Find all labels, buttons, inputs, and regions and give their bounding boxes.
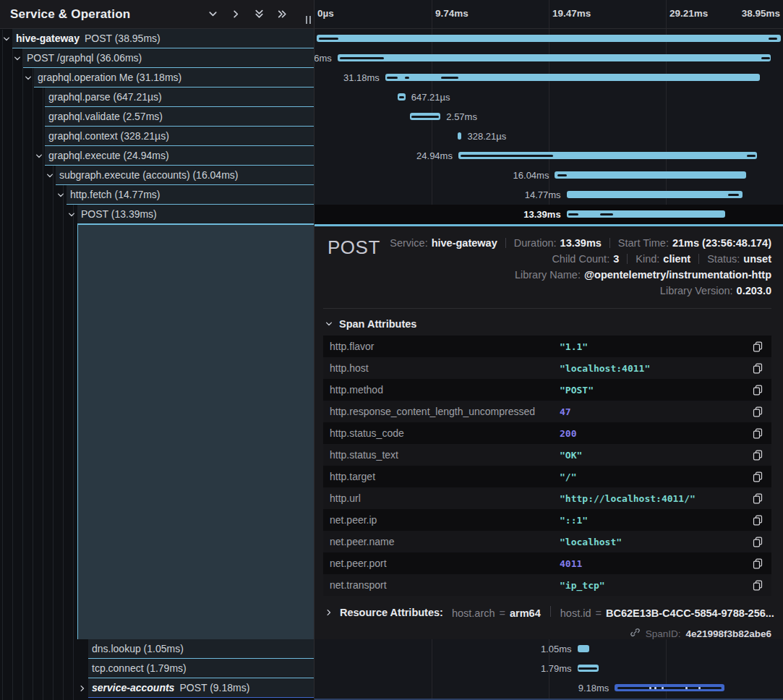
tree-row-label: graphql.parse (647.21µs) bbox=[48, 91, 162, 103]
copy-icon[interactable] bbox=[753, 580, 763, 591]
span-meta-row: Service:hive-gatewayDuration:13.39msStar… bbox=[380, 235, 771, 251]
copy-icon[interactable] bbox=[753, 385, 763, 396]
tree-row[interactable]: POST (13.39ms) bbox=[0, 205, 314, 224]
attribute-value: "/" bbox=[560, 471, 576, 482]
span-bar[interactable] bbox=[578, 645, 590, 652]
span-attributes-table: http.flavor"1.1"http.host"localhost:4011… bbox=[323, 336, 771, 596]
timeline-lane: 13.39ms bbox=[315, 205, 783, 224]
tree-row[interactable]: graphql.context (328.21µs) bbox=[0, 127, 314, 146]
copy-icon[interactable] bbox=[753, 558, 763, 569]
span-tree: hive-gatewayPOST (38.95ms)POST /graphql … bbox=[0, 0, 314, 700]
span-bar-child-mark bbox=[411, 116, 439, 118]
resource-attributes-toggle[interactable]: Resource Attributes: host.arch=arm64host… bbox=[325, 606, 771, 619]
span-bar-child-mark bbox=[600, 213, 613, 215]
tree-row[interactable]: subgraph.execute (accounts) (16.04ms) bbox=[0, 166, 314, 185]
chevron-down-icon[interactable] bbox=[24, 73, 33, 85]
resource-value: arm64 bbox=[510, 607, 541, 619]
tree-row[interactable]: graphql.parse (647.21µs) bbox=[0, 88, 314, 107]
span-bar[interactable] bbox=[338, 54, 771, 61]
copy-icon[interactable] bbox=[753, 450, 763, 461]
operation-name: POST (13.39ms) bbox=[81, 208, 157, 220]
attribute-key: http.flavor bbox=[330, 341, 560, 352]
span-bar-child-mark bbox=[761, 57, 770, 59]
chevron-down-icon[interactable] bbox=[207, 9, 218, 20]
chevron-down-icon[interactable] bbox=[46, 171, 54, 182]
tree-row[interactable]: service-accountsPOST (9.18ms) bbox=[0, 678, 314, 698]
copy-icon[interactable] bbox=[753, 341, 763, 352]
attribute-key: net.peer.ip bbox=[330, 514, 560, 526]
equals-sign: = bbox=[500, 607, 505, 619]
chevrons-right-icon[interactable] bbox=[277, 9, 288, 20]
span-duration-label: 31.18ms bbox=[343, 72, 380, 83]
link-icon[interactable] bbox=[630, 627, 641, 639]
tree-row-label: graphql.operation Me (31.18ms) bbox=[38, 72, 181, 83]
tree-row[interactable]: graphql.operation Me (31.18ms) bbox=[0, 68, 314, 88]
span-bar[interactable] bbox=[567, 210, 726, 218]
trace-viewer: hive-gatewayPOST (38.95ms)POST /graphql … bbox=[0, 0, 783, 700]
tree-row[interactable]: dns.lookup (1.05ms) bbox=[0, 639, 314, 659]
operation-name: tcp.connect (1.79ms) bbox=[92, 662, 187, 674]
tree-row[interactable]: tcp.connect (1.79ms) bbox=[0, 659, 314, 678]
attribute-value: "OK" bbox=[560, 450, 582, 461]
span-duration-label: 36.06ms bbox=[315, 53, 332, 64]
span-bar[interactable] bbox=[458, 132, 462, 140]
span-meta-row: Child Count:3Kind:clientStatus:unset bbox=[380, 251, 771, 267]
tree-row[interactable]: http.fetch (14.77ms) bbox=[0, 185, 314, 205]
chevrons-down-icon[interactable] bbox=[254, 9, 265, 20]
attribute-key: http.host bbox=[330, 362, 560, 374]
tree-row-label: graphql.context (328.21µs) bbox=[48, 130, 169, 142]
tree-row[interactable]: POST /graphql (36.06ms) bbox=[0, 48, 314, 68]
tree-row[interactable]: graphql.validate (2.57ms) bbox=[0, 107, 314, 127]
attribute-row: http.url"http://localhost:4011/" bbox=[323, 487, 771, 509]
copy-icon[interactable] bbox=[753, 471, 763, 482]
span-bar-child-mark bbox=[319, 38, 338, 40]
span-bar[interactable] bbox=[317, 35, 782, 42]
attribute-value: "::1" bbox=[560, 515, 588, 526]
tree-row-label: graphql.validate (2.57ms) bbox=[48, 111, 163, 122]
chevron-down-icon[interactable] bbox=[67, 210, 76, 221]
attribute-key: http.url bbox=[330, 492, 560, 504]
tree-row[interactable]: graphql.execute (24.94ms) bbox=[0, 146, 314, 166]
chevron-down-icon bbox=[325, 320, 333, 328]
span-bar[interactable] bbox=[567, 191, 743, 198]
service-name: service-accounts bbox=[92, 682, 174, 693]
chevron-down-icon[interactable] bbox=[56, 190, 65, 202]
span-bar-child-mark bbox=[340, 57, 384, 59]
chevron-down-icon[interactable] bbox=[13, 54, 22, 65]
timeline-ruler: 0µs9.74ms19.47ms29.21ms38.95ms bbox=[315, 0, 783, 29]
tree-row-label: POST (13.39ms) bbox=[81, 208, 157, 220]
span-bar[interactable] bbox=[555, 171, 745, 179]
panel-resize-handle-icon[interactable] bbox=[306, 16, 311, 24]
span-bar-dot bbox=[662, 687, 664, 689]
attribute-key: http.target bbox=[330, 471, 560, 482]
attribute-key: http.method bbox=[330, 384, 560, 396]
timeline-tick: 38.95ms bbox=[742, 8, 780, 19]
attribute-value: 4011 bbox=[560, 558, 582, 569]
span-id-label: SpanID: bbox=[646, 628, 681, 639]
resource-key: host.arch bbox=[452, 607, 495, 619]
copy-icon[interactable] bbox=[753, 406, 763, 417]
copy-icon[interactable] bbox=[753, 493, 763, 504]
copy-icon[interactable] bbox=[753, 363, 763, 374]
attribute-value: 200 bbox=[560, 428, 576, 439]
resource-value: BC62E13B-C4CC-5854-9788-256... bbox=[606, 607, 774, 619]
span-bar-child-mark bbox=[399, 96, 404, 98]
span-duration-label: 1.05ms bbox=[541, 644, 572, 654]
operation-name: graphql.parse (647.21µs) bbox=[48, 91, 162, 103]
tree-row[interactable]: hive-gatewayPOST (38.95ms) bbox=[0, 29, 314, 48]
copy-icon[interactable] bbox=[753, 515, 763, 526]
timeline-panel: 0µs9.74ms19.47ms29.21ms38.95ms 36.06ms31… bbox=[314, 0, 783, 700]
tree-row-label: tcp.connect (1.79ms) bbox=[92, 662, 187, 674]
chevron-right-icon[interactable] bbox=[78, 683, 87, 695]
chevron-right-icon[interactable] bbox=[231, 9, 241, 20]
chevron-down-icon[interactable] bbox=[2, 34, 11, 46]
span-bar-child-mark bbox=[387, 77, 398, 79]
timeline-lane: 1.05ms bbox=[315, 639, 783, 659]
copy-icon[interactable] bbox=[753, 428, 763, 439]
span-attributes-toggle[interactable]: Span Attributes bbox=[325, 318, 771, 330]
chevron-down-icon[interactable] bbox=[35, 151, 43, 163]
copy-icon[interactable] bbox=[753, 537, 763, 547]
attribute-row: http.status_code200 bbox=[323, 422, 771, 444]
meta-label: Kind: bbox=[636, 253, 659, 265]
attribute-key: net.peer.name bbox=[330, 536, 560, 547]
